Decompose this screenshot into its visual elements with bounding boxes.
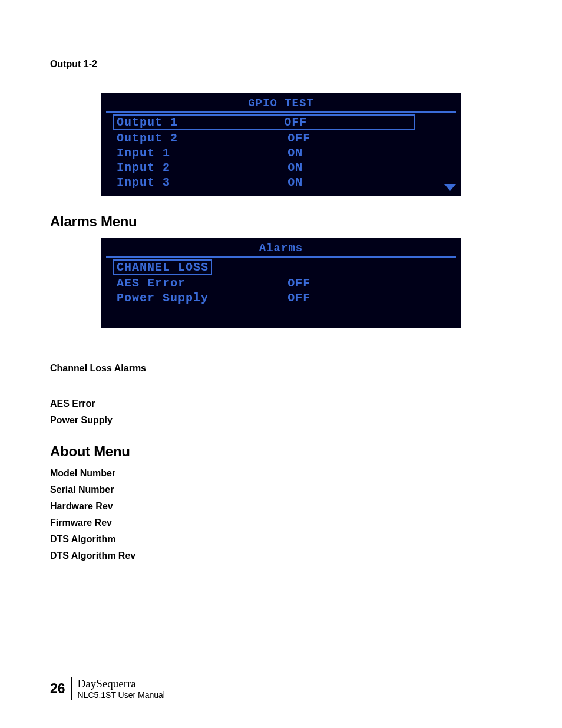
scroll-down-icon[interactable]: [444, 184, 456, 191]
page-number: 26: [50, 681, 65, 697]
lcd-row[interactable]: Power Supply OFF: [106, 291, 456, 305]
lcd-row-label: Output 1: [113, 114, 284, 130]
lcd-row[interactable]: Input 3 ON: [106, 175, 456, 190]
about-dts-rev: DTS Algorithm Rev: [50, 551, 512, 561]
about-fw-rev: Firmware Rev: [50, 518, 512, 528]
section-label-output: Output 1-2: [50, 59, 512, 70]
lcd-row[interactable]: CHANNEL LOSS: [106, 259, 456, 276]
sub-power-supply: Power Supply: [50, 415, 512, 426]
lcd-row-value: ON: [287, 161, 419, 174]
lcd-row-label: Output 2: [117, 131, 287, 145]
about-list: Model Number Serial Number Hardware Rev …: [50, 468, 512, 561]
footer-divider: [71, 677, 72, 700]
heading-about: About Menu: [50, 443, 512, 460]
lcd-divider: [106, 256, 456, 258]
lcd-row[interactable]: AES Error OFF: [106, 276, 456, 291]
lcd-row-label: Power Supply: [117, 291, 287, 305]
lcd-divider: [106, 111, 456, 113]
about-dts: DTS Algorithm: [50, 534, 512, 545]
lcd-row-label: AES Error: [117, 276, 287, 290]
lcd-row-label: Input 3: [117, 176, 287, 189]
lcd-row-label: Input 2: [117, 161, 287, 174]
lcd-row-label: CHANNEL LOSS: [113, 259, 212, 275]
lcd-title-gpio: GPIO TEST: [106, 94, 456, 111]
lcd-title-alarms: Alarms: [106, 239, 456, 256]
brand-name: DaySequerra: [78, 677, 165, 690]
lcd-screen-gpio: GPIO TEST Output 1 OFF Output 2 OFF Inpu…: [101, 93, 461, 196]
lcd-row-label: Input 1: [117, 146, 287, 160]
lcd-row-value: ON: [287, 176, 419, 189]
sub-aes-error: AES Error: [50, 398, 512, 409]
lcd-row-value: OFF: [287, 291, 419, 305]
manual-name: NLC5.1ST User Manual: [78, 690, 165, 700]
alarm-sublabels: Channel Loss Alarms AES Error Power Supp…: [50, 363, 512, 426]
page-footer: 26 DaySequerra NLC5.1ST User Manual: [50, 677, 165, 700]
lcd-row-value: OFF: [284, 114, 415, 130]
heading-alarms: Alarms Menu: [50, 213, 512, 230]
lcd-row-value: OFF: [287, 131, 419, 145]
lcd-row[interactable]: Output 1 OFF: [106, 114, 456, 131]
lcd-row-value: ON: [287, 146, 419, 160]
sub-channel-loss: Channel Loss Alarms: [50, 363, 512, 374]
about-serial: Serial Number: [50, 485, 512, 495]
lcd-row[interactable]: Output 2 OFF: [106, 131, 456, 146]
lcd-row-value: OFF: [287, 276, 419, 290]
lcd-screen-alarms: Alarms CHANNEL LOSS AES Error OFF Power …: [101, 238, 461, 328]
about-hw-rev: Hardware Rev: [50, 501, 512, 512]
lcd-row[interactable]: Input 1 ON: [106, 146, 456, 160]
lcd-row[interactable]: Input 2 ON: [106, 160, 456, 175]
about-model: Model Number: [50, 468, 512, 479]
